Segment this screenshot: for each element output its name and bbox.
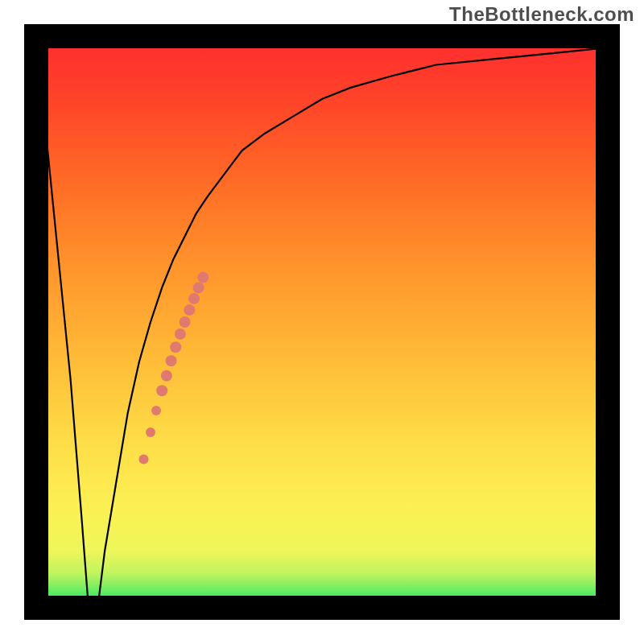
plot-background — [36, 36, 608, 608]
marker-dot — [197, 272, 208, 283]
marker-dot — [180, 316, 191, 328]
plot-frame-edge — [24, 24, 620, 48]
marker-dot — [170, 341, 181, 353]
marker-dot — [151, 406, 161, 415]
marker-dot — [175, 328, 186, 340]
marker-dot — [188, 293, 200, 304]
marker-dot — [139, 454, 149, 464]
marker-dot — [156, 385, 167, 396]
watermark-text: TheBottleneck.com — [449, 3, 634, 26]
marker-dot — [193, 282, 204, 293]
marker-dot — [161, 370, 172, 382]
chart-container: TheBottleneck.com — [0, 0, 644, 644]
plot-frame-edge — [596, 24, 620, 620]
bottleneck-chart — [0, 0, 644, 644]
marker-dot — [184, 304, 195, 316]
marker-dot — [146, 427, 155, 437]
marker-dot — [166, 355, 177, 366]
plot-frame-edge — [24, 596, 620, 620]
